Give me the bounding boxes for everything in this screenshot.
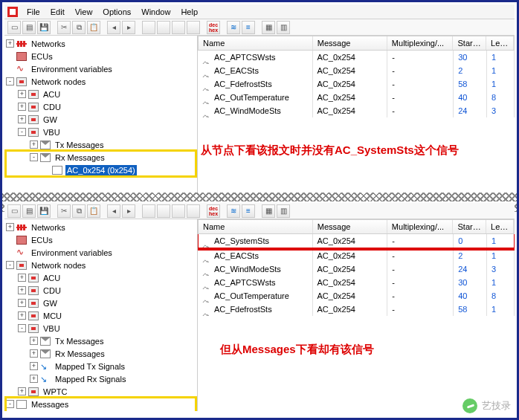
col-start[interactable]: Start... — [453, 36, 486, 50]
collapse-icon[interactable]: - — [6, 400, 14, 408]
expand-icon[interactable]: + — [18, 274, 26, 282]
collapse-icon[interactable]: - — [18, 128, 26, 136]
tree-env[interactable]: Environment variables — [30, 248, 114, 258]
tb-layout1-icon[interactable] — [142, 204, 155, 218]
tb-open-icon[interactable]: ▤ — [22, 204, 36, 218]
tree-networks[interactable]: Networks — [30, 39, 67, 49]
list-row[interactable]: AC_OutTemperatureAC_0x254-408 — [198, 289, 515, 303]
expand-icon[interactable]: + — [18, 286, 26, 294]
tree-node[interactable]: GW — [42, 298, 59, 308]
list-row[interactable]: AC_EACStsAC_0x254-21 — [198, 249, 515, 262]
tree-view[interactable]: +Networks ECUs Environment variables -Ne… — [4, 36, 198, 199]
col-name[interactable]: Name — [199, 220, 313, 233]
tree-node[interactable]: ACU — [42, 273, 62, 283]
col-message[interactable]: Message — [313, 220, 387, 233]
tb-layout3-icon[interactable] — [172, 21, 185, 34]
tree-node[interactable]: VBU — [42, 127, 62, 138]
col-mux[interactable]: Multiplexing/... — [387, 36, 454, 50]
tree-mapped-tx[interactable]: Mapped Tx Signals — [54, 361, 126, 372]
tree-view[interactable]: +Networks ECUs Environment variables -Ne… — [4, 219, 198, 411]
tree-network-nodes[interactable]: Network nodes — [30, 260, 87, 271]
tb-new-icon[interactable]: ▭ — [7, 21, 21, 34]
menu-window[interactable]: Window — [137, 6, 175, 18]
expand-icon[interactable]: + — [30, 362, 38, 370]
tb-sig2-icon[interactable]: ≡ — [242, 21, 255, 34]
tb-save-icon[interactable]: 💾 — [37, 21, 51, 34]
tree-networks[interactable]: Networks — [30, 222, 67, 233]
tree-tx-messages[interactable]: Tx Messages — [54, 140, 105, 150]
tb-cut-icon[interactable]: ✂ — [57, 204, 71, 218]
list-row[interactable]: AC_APTCSWstsAC_0x254-301 — [198, 51, 515, 64]
tree-selected-msg[interactable]: AC_0x254 (0x254) — [65, 165, 137, 175]
tree-messages[interactable]: Messages — [30, 399, 70, 410]
tree-node[interactable]: CDU — [42, 102, 62, 112]
list-row[interactable]: AC_FdefrostStsAC_0x254-581 — [198, 303, 515, 316]
tb-cut-icon[interactable]: ✂ — [57, 21, 71, 34]
menu-options[interactable]: Options — [98, 6, 135, 18]
tree-node[interactable]: ACU — [42, 89, 62, 100]
tb-prev-icon[interactable]: ◂ — [107, 204, 120, 218]
tb-save-icon[interactable]: 💾 — [37, 204, 51, 218]
tree-tx-messages[interactable]: Tx Messages — [54, 336, 105, 346]
tb-paste-icon[interactable]: 📋 — [87, 204, 100, 218]
tb-dechex-icon[interactable]: dechex — [207, 21, 220, 34]
tb-copy-icon[interactable]: ⧉ — [72, 21, 86, 34]
tb-misc1-icon[interactable]: ▦ — [262, 204, 275, 218]
tb-paste-icon[interactable]: 📋 — [87, 21, 100, 34]
tree-ecus[interactable]: ECUs — [30, 51, 54, 62]
tb-sig2-icon[interactable]: ≡ — [242, 204, 255, 218]
tb-new-icon[interactable]: ▭ — [7, 204, 21, 218]
expand-icon[interactable]: + — [6, 223, 14, 231]
expand-icon[interactable]: + — [18, 103, 26, 111]
expand-icon[interactable]: + — [30, 349, 38, 358]
col-len[interactable]: Len... — [486, 220, 514, 233]
expand-icon[interactable]: + — [30, 375, 38, 383]
list-row[interactable]: AC_EACStsAC_0x254-21 — [198, 64, 515, 77]
tree-node[interactable]: MCU — [42, 311, 63, 321]
expand-icon[interactable]: + — [6, 39, 14, 48]
tb-prev-icon[interactable]: ◂ — [107, 21, 120, 34]
collapse-icon[interactable]: - — [30, 153, 38, 161]
tb-layout1-icon[interactable] — [142, 21, 155, 34]
tree-node[interactable]: WPTC — [42, 387, 68, 397]
signal-list[interactable]: Name Message Multiplexing/... Start... L… — [198, 36, 515, 199]
list-row[interactable]: AC_WindModeStsAC_0x254-243 — [198, 104, 515, 117]
expand-icon[interactable]: + — [18, 90, 26, 98]
tree-rx-messages[interactable]: Rx Messages — [54, 349, 106, 359]
tree-mapped-rx[interactable]: Mapped Rx Signals — [54, 374, 127, 384]
col-start[interactable]: Start... — [453, 220, 486, 233]
col-message[interactable]: Message — [313, 36, 387, 50]
list-row[interactable]: AC_APTCSWstsAC_0x254-301 — [198, 276, 515, 289]
tree-node[interactable]: VBU — [42, 323, 62, 334]
list-row-highlighted[interactable]: AC_SystemStsAC_0x254-01 — [198, 234, 515, 248]
col-mux[interactable]: Multiplexing/... — [387, 220, 454, 233]
list-row[interactable]: AC_FdefrostStsAC_0x254-581 — [198, 77, 515, 91]
tb-layout2-icon[interactable] — [157, 21, 170, 34]
tb-next-icon[interactable]: ▸ — [122, 21, 135, 34]
tb-sig1-icon[interactable]: ≋ — [227, 204, 240, 218]
tb-layout3-icon[interactable] — [172, 204, 185, 218]
expand-icon[interactable]: + — [30, 337, 38, 345]
tree-ecus[interactable]: ECUs — [30, 235, 54, 245]
expand-icon[interactable]: + — [30, 140, 38, 149]
tb-misc1-icon[interactable]: ▦ — [262, 21, 275, 34]
tree-network-nodes[interactable]: Network nodes — [30, 77, 87, 87]
expand-icon[interactable]: + — [18, 115, 26, 123]
collapse-icon[interactable]: - — [6, 261, 14, 269]
tb-layout2-icon[interactable] — [157, 204, 170, 218]
expand-icon[interactable]: + — [18, 299, 26, 307]
tree-env[interactable]: Environment variables — [30, 64, 114, 74]
tb-layout4-icon[interactable] — [187, 21, 200, 34]
tb-misc2-icon[interactable]: ▥ — [277, 21, 290, 34]
tb-next-icon[interactable]: ▸ — [122, 204, 135, 218]
tb-dechex-icon[interactable]: dechex — [207, 204, 220, 218]
collapse-icon[interactable]: - — [6, 77, 14, 85]
tb-copy-icon[interactable]: ⧉ — [72, 204, 86, 218]
tb-open-icon[interactable]: ▤ — [22, 21, 36, 34]
list-row[interactable]: AC_WindModeStsAC_0x254-243 — [198, 262, 515, 276]
menu-file[interactable]: File — [22, 6, 45, 18]
tree-node[interactable]: CDU — [42, 285, 62, 296]
col-len[interactable]: Leng... — [486, 36, 514, 50]
menu-view[interactable]: View — [71, 6, 97, 18]
collapse-icon[interactable]: - — [18, 324, 26, 332]
